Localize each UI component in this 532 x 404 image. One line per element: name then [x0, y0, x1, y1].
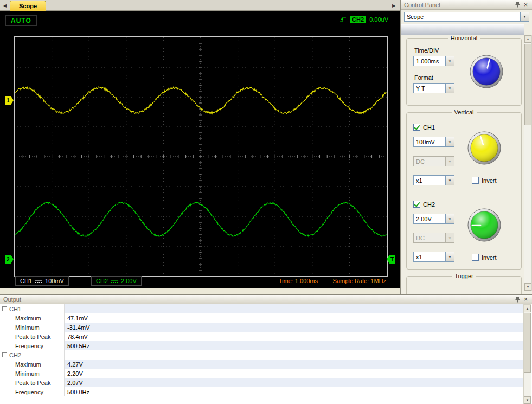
measurement-value: 500.5Hz [67, 343, 89, 349]
output-panel-header: Output × [0, 295, 532, 304]
checkbox-icon [413, 201, 420, 208]
trigger-readout: CH2 0.00uV [339, 16, 388, 23]
scroll-up-button[interactable]: ▲ [524, 35, 531, 43]
ch1-status-label: CH1 [20, 278, 32, 284]
vertical-group-title: Vertical [451, 109, 476, 116]
ch1-scale-readout[interactable]: CH1 100mV [15, 276, 69, 286]
ch2-invert-checkbox[interactable]: Invert [472, 254, 497, 261]
panel-toolbar-gradient [401, 24, 524, 35]
row-label-cell: CH1 [0, 304, 64, 313]
collapse-icon[interactable] [2, 306, 7, 311]
output-panel-title: Output [3, 296, 514, 303]
ch2-coupling-value: DC [414, 233, 445, 242]
ch1-coupling-value: DC [414, 157, 445, 166]
measurement-row[interactable]: Frequency500.5Hz [0, 341, 523, 350]
pin-icon [515, 297, 520, 303]
format-value: Y-T [414, 84, 445, 93]
row-label-cell: Peak to Peak [0, 332, 64, 341]
measurement-row[interactable]: Peak to Peak2.07V [0, 378, 523, 387]
close-button[interactable]: × [522, 296, 530, 303]
scrollbar-thumb[interactable] [524, 313, 531, 373]
measurement-row[interactable]: Minimum-31.4mV [0, 323, 523, 332]
tab-scroll-right-button[interactable]: ▶ [390, 2, 398, 10]
format-dropdown[interactable]: Y-T ▼ [413, 83, 454, 93]
measurement-group-row[interactable]: CH1 [0, 304, 523, 313]
scope-graticule [14, 36, 388, 277]
row-label-cell: Maximum [0, 360, 64, 369]
up-arrow-icon: ▲ [526, 307, 529, 310]
scrollbar-thumb[interactable] [524, 44, 531, 125]
row-value-cell: 500.0Hz [64, 387, 523, 396]
scroll-up-button[interactable]: ▲ [524, 305, 531, 312]
measurement-name: Peak to Peak [15, 380, 50, 386]
measurement-value: 78.4mV [67, 334, 88, 340]
trigger-level-value: 0.00uV [369, 16, 388, 23]
ch2-scale-readout[interactable]: CH2 2.00V [91, 276, 142, 286]
group-name: CH2 [9, 352, 21, 358]
collapse-icon[interactable] [2, 352, 7, 357]
row-value-cell: 78.4mV [64, 332, 523, 341]
measurement-row[interactable]: Frequency500.0Hz [0, 387, 523, 396]
chevron-down-icon: ▼ [445, 157, 454, 166]
row-label-cell: Maximum [0, 313, 64, 323]
panel-selector-dropdown[interactable]: Scope ▼ [404, 12, 529, 22]
ch2-coupling-dropdown: DC ▼ [413, 233, 454, 243]
measurement-value: 500.0Hz [67, 389, 89, 395]
measurement-group-row[interactable]: CH2 [0, 350, 523, 360]
chevron-down-icon: ▼ [445, 137, 454, 146]
measurement-value: 47.1mV [67, 315, 88, 322]
scroll-down-button[interactable]: ▼ [524, 396, 531, 404]
measurement-row[interactable]: Maximum4.27V [0, 360, 523, 369]
timebase-knob[interactable] [470, 55, 503, 88]
measurement-value: -31.4mV [67, 324, 90, 331]
control-panel-scrollbar[interactable]: ▲ ▼ [524, 35, 532, 291]
measurement-row[interactable]: Peak to Peak78.4mV [0, 332, 523, 341]
close-button[interactable]: × [522, 1, 530, 9]
sample-rate-readout: Sample Rate: 1MHz [333, 278, 386, 284]
dc-coupling-icon [35, 279, 42, 284]
ch2-position-marker[interactable]: 2 [5, 255, 14, 264]
dc-coupling-icon [111, 279, 118, 284]
ch1-position-knob[interactable] [467, 131, 501, 165]
timediv-value: 1.000ms [414, 56, 445, 66]
down-arrow-icon: ▼ [526, 399, 529, 402]
row-value-cell [64, 350, 523, 360]
ch1-invert-checkbox[interactable]: Invert [472, 177, 497, 184]
control-panel: Control Panel × Scope ▼ Horizontal Time/… [400, 0, 532, 294]
pin-button[interactable] [514, 1, 522, 9]
pin-button[interactable] [514, 296, 522, 303]
up-arrow-icon: ▲ [527, 37, 530, 41]
trigger-level-marker[interactable]: T [387, 255, 395, 264]
time-readout: Time: 1.000ms [279, 278, 318, 284]
waveform-plot [15, 37, 387, 276]
ch2-probe-dropdown[interactable]: x1 ▼ [413, 252, 454, 262]
chevron-down-icon: ▼ [445, 214, 454, 223]
trigger-source-badge: CH2 [350, 16, 366, 23]
row-label-cell: Frequency [0, 387, 64, 396]
ch2-scale-dropdown[interactable]: 2.00V ▼ [413, 214, 454, 224]
ch2-position-knob[interactable] [467, 208, 501, 242]
ch2-scale-value: 2.00V [414, 214, 445, 223]
down-arrow-icon: ▼ [527, 285, 530, 288]
panel-selector-value: Scope [405, 12, 520, 21]
ch2-enable-checkbox[interactable]: CH2 [413, 201, 435, 208]
tab-scope[interactable]: Scope [10, 1, 46, 11]
row-value-cell: -31.4mV [64, 323, 523, 332]
measurement-name: Minimum [15, 370, 40, 377]
row-label-cell: Minimum [0, 323, 64, 332]
output-scrollbar[interactable]: ▲ ▼ [523, 304, 531, 404]
ch2-marker-label: 2 [7, 256, 10, 262]
timediv-dropdown[interactable]: 1.000ms ▼ [413, 56, 454, 66]
ch1-position-marker[interactable]: 1 [5, 96, 14, 105]
ch1-enable-checkbox[interactable]: CH1 [413, 124, 435, 131]
trigger-edge-icon [339, 16, 347, 23]
ch1-probe-value: x1 [414, 176, 445, 185]
measurement-row[interactable]: Maximum47.1mV [0, 313, 523, 323]
scroll-down-button[interactable]: ▼ [524, 283, 531, 291]
horizontal-group-title: Horizontal [448, 35, 480, 41]
ch1-scale-dropdown[interactable]: 100mV ▼ [413, 137, 454, 147]
measurement-row[interactable]: Minimum2.20V [0, 369, 523, 378]
ch1-probe-dropdown[interactable]: x1 ▼ [413, 175, 454, 185]
tab-scroll-left-button[interactable]: ◀ [1, 2, 9, 10]
timediv-label: Time/DIV [414, 47, 439, 54]
